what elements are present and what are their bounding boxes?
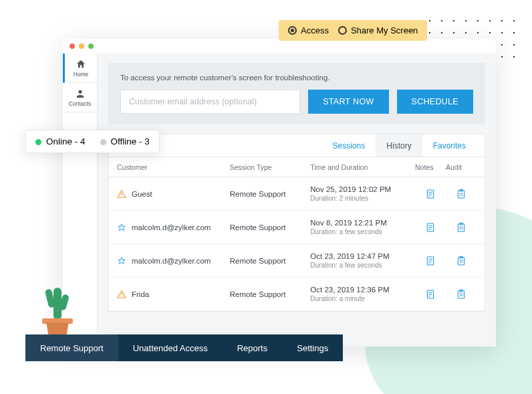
nav-reports[interactable]: Reports: [223, 334, 283, 361]
customer-name: Guest: [132, 190, 152, 198]
table-header: Customer Session Type Time and Duration …: [109, 157, 485, 177]
status-online: Online - 4: [35, 136, 86, 146]
sidebar-home-label: Home: [74, 71, 89, 78]
table-row: GuestRemote SupportNov 25, 2019 12:02 PM…: [109, 177, 485, 211]
mode-access-label: Access: [301, 25, 329, 35]
notes-cell: [415, 289, 446, 300]
time-cell: Nov 8, 2019 12:21 PMDuration: a few seco…: [310, 219, 415, 235]
notes-cell: [415, 256, 446, 266]
radio-on-icon: [288, 26, 297, 35]
session-tabs: Sessions History Favorites: [108, 134, 485, 157]
notes-cell: [415, 222, 446, 233]
status-card: Online - 4 Offline - 3: [25, 130, 160, 153]
window-close-icon[interactable]: [70, 43, 75, 49]
mode-access[interactable]: Access: [288, 25, 329, 35]
audit-cell: [446, 289, 477, 300]
customer-name: malcolm.d@zylker.com: [132, 223, 211, 231]
customer-name: malcolm.d@zylker.com: [132, 257, 211, 265]
status-online-label: Online - 4: [46, 136, 86, 146]
notes-cell: [415, 189, 446, 199]
offline-dot-icon: [100, 139, 106, 145]
session-type-cell: Remote Support: [230, 223, 311, 231]
session-type-cell: Remote Support: [230, 257, 311, 265]
notes-icon[interactable]: [425, 256, 436, 266]
notes-icon[interactable]: [425, 189, 436, 199]
notes-icon[interactable]: [425, 222, 436, 233]
nav-settings[interactable]: Settings: [282, 334, 343, 361]
time-cell: Oct 23, 2019 12:36 PMDuration: a minute: [310, 286, 415, 302]
window-max-icon[interactable]: [88, 43, 94, 49]
customer-cell: Frida: [117, 290, 230, 299]
main-area: To access your remote customer's screen …: [98, 54, 496, 347]
table-row: malcolm.d@zylker.comRemote SupportNov 8,…: [109, 211, 485, 244]
start-now-button[interactable]: START NOW: [308, 90, 388, 114]
audit-cell: [446, 222, 477, 233]
access-hint: To access your remote customer's screen …: [120, 74, 473, 82]
th-audit: Audit: [446, 163, 477, 171]
duration-value: Duration: a few seconds: [310, 262, 415, 269]
table-row: malcolm.d@zylker.comRemote SupportOct 23…: [109, 244, 485, 278]
svg-point-10: [121, 296, 122, 296]
duration-value: Duration: 2 minutes: [310, 195, 415, 202]
sidebar-item-contacts[interactable]: Contacts: [63, 83, 97, 112]
nav-remote-support[interactable]: Remote Support: [25, 334, 118, 361]
bottom-nav: Remote Support Unattended Access Reports…: [25, 334, 343, 361]
customer-email-input[interactable]: [120, 90, 300, 114]
time-cell: Nov 25, 2019 12:02 PMDuration: 2 minutes: [310, 185, 415, 202]
sidebar-contacts-label: Contacts: [69, 100, 92, 107]
audit-cell: [446, 189, 477, 199]
customer-cell: Guest: [117, 189, 230, 199]
sidebar-item-home[interactable]: Home: [63, 54, 97, 83]
session-type-cell: Remote Support: [230, 190, 311, 198]
window-min-icon[interactable]: [79, 43, 84, 49]
table-row: FridaRemote SupportOct 23, 2019 12:36 PM…: [109, 278, 485, 311]
warning-icon: [117, 290, 126, 299]
audit-icon[interactable]: [456, 189, 467, 199]
tab-sessions[interactable]: Sessions: [322, 134, 376, 157]
home-icon: [76, 59, 86, 70]
decor-cactus: [39, 281, 76, 341]
customer-name: Frida: [132, 290, 149, 298]
tab-favorites[interactable]: Favorites: [422, 134, 477, 157]
audit-icon[interactable]: [456, 256, 467, 266]
duration-value: Duration: a few seconds: [310, 228, 415, 235]
th-type: Session Type: [230, 163, 311, 171]
mode-share-label: Share My Screen: [351, 25, 418, 35]
warning-icon: [117, 189, 126, 199]
time-value: Oct 23, 2019 12:47 PM: [310, 252, 415, 260]
time-value: Nov 25, 2019 12:02 PM: [310, 185, 415, 193]
th-notes: Notes: [415, 163, 446, 171]
schedule-button[interactable]: SCHEDULE: [397, 90, 473, 114]
star-icon: [117, 256, 126, 266]
online-dot-icon: [35, 139, 41, 145]
nav-unattended[interactable]: Unattended Access: [118, 334, 223, 361]
audit-cell: [446, 256, 477, 266]
audit-icon[interactable]: [456, 222, 467, 233]
duration-value: Duration: a minute: [310, 295, 415, 302]
mode-selector: Access Share My Screen: [279, 20, 427, 41]
audit-icon[interactable]: [456, 289, 467, 300]
status-offline-label: Offline - 3: [111, 136, 150, 146]
access-panel: To access your remote customer's screen …: [108, 63, 485, 124]
svg-point-0: [121, 195, 122, 196]
session-type-cell: Remote Support: [230, 290, 311, 298]
time-value: Nov 8, 2019 12:21 PM: [310, 219, 415, 227]
window-titlebar: [63, 39, 496, 54]
radio-off-icon: [338, 26, 347, 35]
time-cell: Oct 23, 2019 12:47 PMDuration: a few sec…: [310, 252, 415, 269]
customer-cell: malcolm.d@zylker.com: [117, 256, 230, 266]
time-value: Oct 23, 2019 12:36 PM: [310, 286, 415, 294]
tab-history[interactable]: History: [376, 134, 422, 157]
contacts-icon: [75, 88, 86, 99]
app-window: Home Contacts To access your remote cust…: [63, 39, 496, 347]
notes-icon[interactable]: [425, 289, 436, 300]
star-icon: [117, 223, 126, 232]
customer-cell: malcolm.d@zylker.com: [117, 223, 230, 232]
th-time: Time and Duration: [310, 163, 415, 171]
mode-share[interactable]: Share My Screen: [338, 25, 418, 35]
history-table: Customer Session Type Time and Duration …: [108, 157, 485, 312]
status-offline: Offline - 3: [100, 136, 150, 146]
th-customer: Customer: [117, 163, 230, 171]
